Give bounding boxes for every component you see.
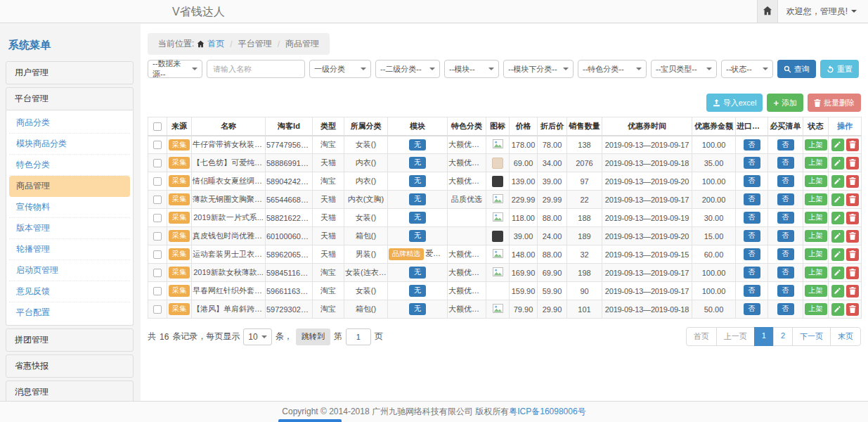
delete-button[interactable] (846, 139, 859, 151)
delete-button[interactable] (846, 248, 859, 261)
import-select-toggle[interactable]: 否 (744, 212, 760, 224)
filter-select[interactable]: 一级分类 (309, 60, 371, 78)
page-button[interactable]: 下一页 (792, 327, 831, 346)
user-menu[interactable]: 欢迎您，管理员! (778, 6, 868, 18)
page-button[interactable]: 2 (773, 327, 793, 346)
page-button[interactable]: 首页 (686, 327, 717, 346)
add-button[interactable]: + 添加 (767, 94, 803, 112)
name-search-input[interactable] (207, 60, 305, 78)
row-checkbox[interactable] (153, 250, 162, 259)
must-buy-toggle[interactable]: 否 (777, 248, 794, 260)
delete-button[interactable] (846, 157, 859, 170)
delete-button[interactable] (846, 193, 859, 206)
page-number-input[interactable] (346, 328, 371, 345)
must-buy-toggle[interactable]: 否 (777, 193, 794, 205)
status-badge[interactable]: 上架 (805, 303, 827, 315)
sidebar-group-2[interactable]: 拼团管理 (6, 328, 134, 352)
edit-button[interactable] (831, 230, 844, 243)
sidebar-item[interactable]: 启动页管理 (9, 260, 130, 281)
filter-select[interactable]: --宝贝类型-- (651, 60, 717, 78)
icp-link[interactable]: 粤ICP备16098006号 (509, 406, 585, 418)
sidebar-group-3[interactable]: 省惠快报 (6, 354, 134, 378)
sidebar-item[interactable]: 平台配置 (9, 302, 130, 323)
delete-button[interactable] (846, 267, 859, 279)
delete-button[interactable] (846, 285, 859, 298)
reset-button[interactable]: 重置 (820, 60, 859, 78)
row-checkbox[interactable] (153, 214, 162, 222)
must-buy-toggle[interactable]: 否 (777, 303, 794, 315)
row-checkbox[interactable] (153, 287, 162, 295)
sidebar-item[interactable]: 宣传物料 (9, 197, 130, 218)
status-badge[interactable]: 上架 (805, 212, 827, 224)
delete-button[interactable] (846, 175, 859, 188)
page-button[interactable]: 末页 (830, 327, 861, 346)
import-select-toggle[interactable]: 否 (744, 303, 760, 315)
sidebar-group-0[interactable]: 用户管理 (6, 61, 134, 84)
breadcrumb-home-link[interactable]: 首页 (207, 38, 224, 50)
filter-select[interactable]: --二级分类-- (375, 60, 440, 78)
must-buy-toggle[interactable]: 否 (777, 267, 794, 279)
page-button[interactable]: 1 (754, 327, 774, 346)
import-select-toggle[interactable]: 否 (744, 139, 760, 151)
edit-button[interactable] (831, 303, 844, 316)
must-buy-toggle[interactable]: 否 (777, 175, 794, 187)
status-badge[interactable]: 上架 (805, 139, 827, 151)
status-badge[interactable]: 上架 (805, 267, 827, 279)
import-select-toggle[interactable]: 否 (744, 230, 760, 242)
edit-button[interactable] (831, 212, 844, 224)
edit-button[interactable] (831, 193, 844, 206)
status-badge[interactable]: 上架 (805, 175, 827, 187)
must-buy-toggle[interactable]: 否 (777, 157, 794, 169)
jump-button[interactable]: 跳转到 (296, 328, 330, 345)
edit-button[interactable] (831, 267, 844, 279)
must-buy-toggle[interactable]: 否 (777, 139, 794, 151)
status-badge[interactable]: 上架 (805, 193, 827, 205)
import-select-toggle[interactable]: 否 (744, 285, 760, 297)
delete-button[interactable] (846, 230, 859, 243)
sidebar-item[interactable]: 模块商品分类 (9, 134, 130, 155)
row-checkbox[interactable] (153, 177, 162, 186)
row-checkbox[interactable] (153, 269, 162, 277)
status-badge[interactable]: 上架 (805, 285, 827, 297)
filter-select[interactable]: --数据来源-- (148, 60, 202, 78)
edit-button[interactable] (831, 157, 844, 170)
edit-button[interactable] (831, 175, 844, 188)
import-select-toggle[interactable]: 否 (744, 193, 760, 205)
import-select-toggle[interactable]: 否 (744, 157, 760, 169)
import-select-toggle[interactable]: 否 (744, 248, 760, 260)
delete-button[interactable] (846, 212, 859, 224)
sidebar-item[interactable]: 意见反馈 (9, 281, 130, 302)
filter-select[interactable]: --状态-- (721, 60, 773, 78)
page-size-select[interactable]: 10 (243, 328, 271, 345)
delete-button[interactable] (846, 303, 859, 316)
status-badge[interactable]: 上架 (805, 230, 827, 242)
select-all-checkbox[interactable] (153, 122, 162, 131)
edit-button[interactable] (831, 139, 844, 151)
row-checkbox[interactable] (153, 232, 162, 241)
filter-select[interactable]: --特色分类-- (578, 60, 647, 78)
row-checkbox[interactable] (153, 305, 162, 314)
row-checkbox[interactable] (153, 196, 162, 204)
sidebar-item[interactable]: 特色分类 (9, 155, 130, 176)
sidebar-group-1[interactable]: 平台管理 (6, 87, 134, 110)
page-button[interactable]: 上一页 (716, 327, 755, 346)
search-button[interactable]: 查询 (777, 60, 816, 78)
edit-button[interactable] (831, 285, 844, 298)
filter-select[interactable]: --模块-- (444, 60, 499, 78)
must-buy-toggle[interactable]: 否 (777, 285, 794, 297)
must-buy-toggle[interactable]: 否 (777, 230, 794, 242)
batch-delete-button[interactable]: 批量删除 (808, 94, 861, 112)
sidebar-item[interactable]: 商品管理 (9, 176, 130, 197)
sidebar-item[interactable]: 版本管理 (9, 218, 130, 239)
import-select-toggle[interactable]: 否 (744, 267, 760, 279)
import-select-toggle[interactable]: 否 (744, 175, 760, 187)
row-checkbox[interactable] (153, 159, 162, 167)
filter-select[interactable]: --模块下分类-- (503, 60, 574, 78)
row-checkbox[interactable] (153, 141, 162, 149)
sidebar-item[interactable]: 商品分类 (9, 113, 130, 134)
must-buy-toggle[interactable]: 否 (777, 212, 794, 224)
status-badge[interactable]: 上架 (805, 248, 827, 260)
import-excel-button[interactable]: 导入excel (706, 94, 763, 112)
home-button[interactable] (757, 0, 778, 23)
edit-button[interactable] (831, 248, 844, 261)
